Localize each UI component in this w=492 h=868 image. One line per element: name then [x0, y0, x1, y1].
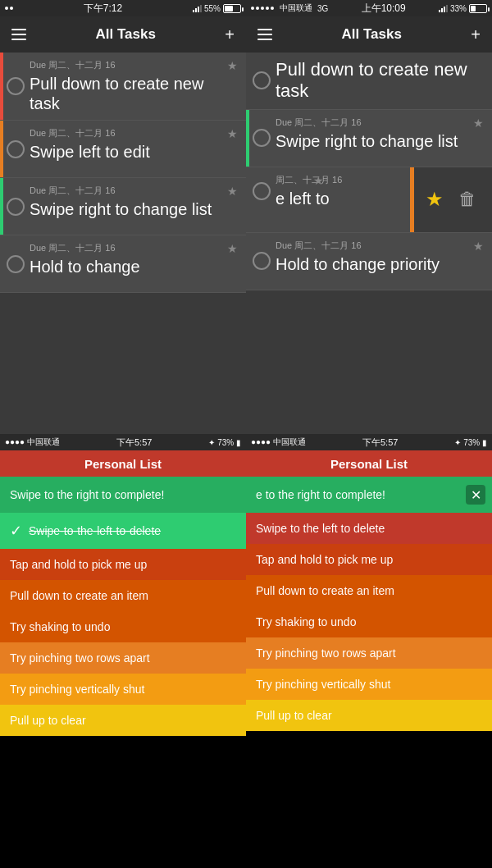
- task-checkbox[interactable]: [253, 71, 271, 89]
- accent-bar: [410, 167, 414, 232]
- list-row[interactable]: Try pinching two rows apart: [246, 637, 492, 669]
- add-button[interactable]: +: [225, 25, 235, 44]
- battery-percent: 55%: [204, 4, 221, 13]
- delete-x-button[interactable]: ✕: [466, 485, 485, 505]
- screen-top-right: 中国联通 3G 上午10:09 33%: [246, 0, 492, 434]
- battery-icon: [223, 4, 241, 13]
- task-checkbox[interactable]: [7, 198, 25, 216]
- task-title: Pull down to create new task: [276, 59, 482, 103]
- battery-icon: [469, 4, 487, 13]
- list-row[interactable]: Try pinching vertically shut: [246, 669, 492, 700]
- row-text: Swipe-to-the-left-to-delete: [29, 524, 161, 537]
- task-item[interactable]: Due 周二、十二月 16 ★ Hold to change priority: [246, 233, 492, 290]
- task-due: Due 周二、十二月 16: [30, 242, 236, 254]
- task-content: 周二、十二月 16 ★ e left to: [246, 167, 410, 215]
- black-bottom-right: [246, 731, 492, 868]
- task-checkbox[interactable]: [253, 129, 271, 147]
- battery-percent: 33%: [450, 4, 467, 13]
- battery-bottom-right: ✦ 73% ▮: [454, 438, 487, 447]
- task-title: Pull down to create new task: [30, 74, 236, 113]
- nav-title: All Tasks: [95, 26, 155, 43]
- list-row[interactable]: Swipe to the right to complete!: [0, 477, 246, 513]
- carrier-right: ●●●● 中国联通: [251, 436, 306, 448]
- task-checkbox[interactable]: [253, 252, 271, 270]
- task-star[interactable]: ★: [313, 174, 324, 187]
- task-item[interactable]: Due 周二、十二月 16 ★ Pull down to create new …: [0, 53, 246, 121]
- list-row[interactable]: Swipe to the left to delete: [246, 513, 492, 544]
- task-checkbox[interactable]: [7, 255, 25, 273]
- accent-bar: [246, 110, 249, 167]
- status-bar-bottom-left: ●●●● 中国联通 下午5:57 ✦ 73% ▮: [0, 434, 246, 450]
- row-text: Try pinching vertically shut: [256, 678, 390, 691]
- status-time: 下午7:12: [84, 2, 122, 16]
- checkmark-icon: ✓: [10, 522, 22, 540]
- task-title: Hold to change: [30, 257, 236, 276]
- signal-icon: [193, 5, 202, 12]
- task-star[interactable]: ★: [227, 242, 238, 255]
- status-left: 中国联通 3G: [251, 2, 328, 14]
- list-row[interactable]: Try pinching two rows apart: [0, 642, 246, 674]
- accent-bar: [0, 53, 3, 120]
- list-row[interactable]: Pull up to clear: [246, 700, 492, 731]
- list-row[interactable]: e to the right to complete! ✕: [246, 477, 492, 513]
- carrier-left: ●●●● 中国联通: [5, 436, 60, 448]
- signal-icon: [439, 5, 448, 12]
- status-left: [5, 7, 13, 10]
- task-due: Due 周二、十二月 16: [276, 240, 482, 252]
- trash-action[interactable]: 🗑: [458, 189, 476, 210]
- task-item[interactable]: Due 周二、十二月 16 ★ Swipe left to edit: [0, 121, 246, 178]
- signal-dots: [251, 7, 274, 10]
- row-text: Try shaking to undo: [256, 615, 356, 628]
- task-star[interactable]: ★: [227, 185, 238, 198]
- task-item[interactable]: Due 周二、十二月 16 ★ Hold to change: [0, 235, 246, 293]
- task-title: e left to: [276, 189, 400, 208]
- tasks-list-right: Pull down to create new task Due 周二、十二月 …: [246, 53, 492, 434]
- star-action[interactable]: ★: [426, 188, 444, 211]
- list-row-delete[interactable]: ✓ Swipe-to-the-left-to-delete: [0, 513, 246, 549]
- task-item[interactable]: Due 周二、十二月 16 ★ Swipe right to change li…: [0, 178, 246, 235]
- task-item-sliding[interactable]: ★ 🗑 周二、十二月 16 ★ e left to: [246, 167, 492, 233]
- task-item-partial[interactable]: Pull down to create new task: [246, 53, 492, 110]
- task-item[interactable]: Due 周二、十二月 16 ★ Swipe right to change li…: [246, 110, 492, 167]
- screen-bottom-right: ●●●● 中国联通 下午5:57 ✦ 73% ▮ Personal List e…: [246, 434, 492, 868]
- task-star[interactable]: ★: [227, 127, 238, 140]
- nav-bar-top-right: All Tasks +: [246, 16, 492, 53]
- personal-list-left: Swipe to the right to complete! ✓ Swipe-…: [0, 477, 246, 736]
- row-text: Tap and hold to pick me up: [256, 553, 393, 566]
- status-right: 33%: [439, 4, 487, 13]
- row-text: Try pinching two rows apart: [10, 651, 150, 665]
- task-checkbox[interactable]: [253, 182, 271, 200]
- nav-bar-top-left: All Tasks +: [0, 16, 246, 53]
- row-text: Pull up to clear: [256, 709, 332, 722]
- task-checkbox[interactable]: [7, 77, 25, 95]
- nav-bar-bottom-left: Personal List: [0, 450, 246, 477]
- list-row[interactable]: Tap and hold to pick me up: [246, 544, 492, 575]
- status-bar-top-right: 中国联通 3G 上午10:09 33%: [246, 0, 492, 16]
- list-row[interactable]: Tap and hold to pick me up: [0, 549, 246, 580]
- list-row[interactable]: Try shaking to undo: [0, 611, 246, 642]
- task-checkbox[interactable]: [7, 140, 25, 158]
- row-text: Try pinching two rows apart: [256, 646, 396, 660]
- swipe-actions: ★ 🗑: [410, 167, 492, 232]
- list-row[interactable]: Pull up to clear: [0, 705, 246, 736]
- list-row[interactable]: Pull down to create an item: [246, 575, 492, 606]
- row-text: Try shaking to undo: [10, 620, 110, 633]
- black-bottom-left: [0, 736, 246, 868]
- task-star[interactable]: ★: [473, 240, 484, 253]
- personal-list-right: e to the right to complete! ✕ Swipe to t…: [246, 477, 492, 731]
- tasks-list-left: Due 周二、十二月 16 ★ Pull down to create new …: [0, 53, 246, 434]
- list-row[interactable]: Pull down to create an item: [0, 580, 246, 611]
- list-row[interactable]: Try pinching vertically shut: [0, 674, 246, 705]
- list-row[interactable]: Try shaking to undo: [246, 606, 492, 637]
- add-button[interactable]: +: [471, 25, 481, 44]
- menu-button[interactable]: [257, 29, 272, 40]
- status-bar-bottom-right: ●●●● 中国联通 下午5:57 ✦ 73% ▮: [246, 434, 492, 450]
- task-star[interactable]: ★: [473, 116, 484, 130]
- task-star[interactable]: ★: [227, 59, 238, 72]
- task-title: Hold to change priority: [276, 254, 482, 274]
- task-due: 周二、十二月 16: [276, 174, 400, 186]
- battery-bottom-left: ✦ 73% ▮: [208, 438, 241, 447]
- task-due: Due 周二、十二月 16: [30, 59, 236, 71]
- menu-button[interactable]: [11, 29, 26, 40]
- row-text: Tap and hold to pick me up: [10, 558, 147, 571]
